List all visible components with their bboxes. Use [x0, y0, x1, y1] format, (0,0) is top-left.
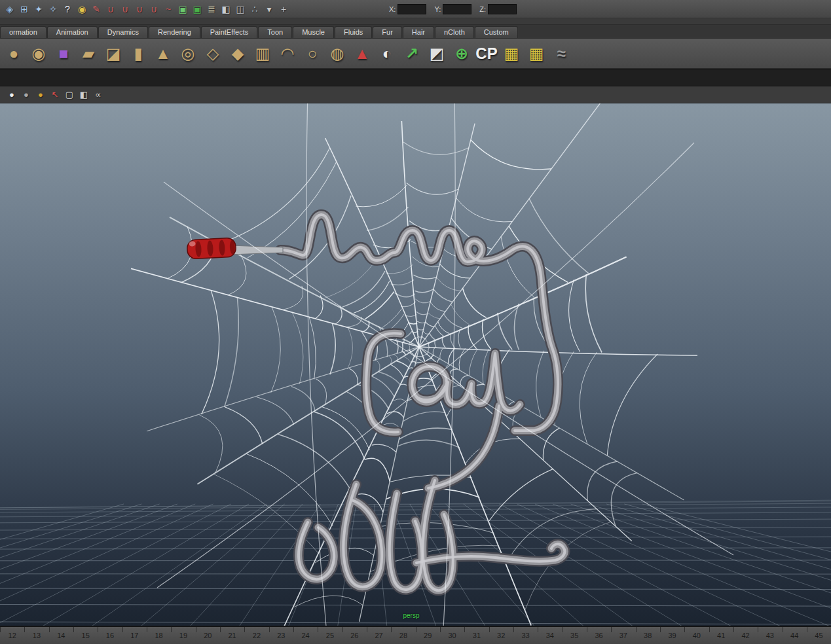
clapper-icon[interactable]: ◫	[233, 2, 248, 16]
shaded-cube-icon[interactable]: ◧	[77, 88, 90, 101]
poly-soccerball-icon[interactable]: ○	[300, 41, 325, 67]
timeline-frame[interactable]: 31	[464, 627, 489, 644]
timeline-frame[interactable]: 21	[220, 627, 244, 644]
viewport-scene[interactable]	[0, 103, 831, 626]
shelf-tab[interactable]: Hair	[403, 26, 434, 38]
timeline-frame[interactable]: 33	[513, 627, 538, 644]
curve-snap-icon[interactable]: ✦	[31, 2, 46, 16]
globe-axis-icon[interactable]: ⊕	[449, 41, 474, 67]
field-entry-mode-icon[interactable]: +	[276, 2, 291, 16]
link-nodes-icon[interactable]: ∝	[92, 88, 105, 101]
timeline-frame[interactable]: 43	[758, 627, 782, 644]
perspective-viewport[interactable]: persp	[0, 103, 831, 626]
timeline-frame[interactable]: 28	[391, 627, 415, 644]
ipr-render-icon[interactable]: ▣	[190, 2, 204, 16]
magnet-plane-snap-icon[interactable]: ∪	[147, 2, 161, 16]
y-coordinate-input[interactable]	[443, 4, 471, 14]
magnet-grid-snap-icon[interactable]: ∪	[103, 2, 118, 16]
poly-cylinder-icon[interactable]: ▮	[126, 41, 151, 67]
shelf-tab[interactable]: Rendering	[149, 26, 200, 38]
timeline-frame[interactable]: 19	[171, 627, 195, 644]
timeline-frame[interactable]: 30	[440, 627, 464, 644]
timeline-frame[interactable]: 42	[733, 627, 758, 644]
text-tubes[interactable]	[280, 215, 564, 590]
timeline-frame[interactable]: 22	[244, 627, 268, 644]
render-frame-icon[interactable]: ▣	[175, 2, 190, 16]
shelf-tab[interactable]: PaintEffects	[201, 26, 258, 38]
timeline-frame[interactable]: 18	[147, 627, 171, 644]
magnet-curve-snap-icon[interactable]: ∪	[118, 2, 132, 16]
shelf-tab[interactable]: Animation	[47, 26, 98, 38]
timeline-frame[interactable]: 20	[196, 627, 220, 644]
hypershade-icon[interactable]: ◧	[219, 2, 233, 16]
timeline-frame[interactable]: 34	[538, 627, 562, 644]
wireframe-cube-icon[interactable]: ▢	[63, 88, 76, 101]
uv-grid-alt-icon[interactable]: ▦	[524, 41, 549, 67]
uv-grid-icon[interactable]: ▦	[499, 41, 524, 67]
poly-pipe-icon[interactable]: ▥	[250, 41, 275, 67]
grid-snap-icon[interactable]: ⊞	[17, 2, 31, 16]
poly-helix-icon[interactable]: ◠	[275, 41, 300, 67]
poly-prism-icon[interactable]: ◇	[200, 41, 225, 67]
poly-sphere-icon[interactable]: ●	[1, 41, 26, 67]
selection-mode-icon[interactable]: ◈	[3, 2, 17, 16]
timeline-frame[interactable]: 29	[416, 627, 440, 644]
timeline-frame[interactable]: 40	[684, 627, 709, 644]
select-highlight-icon[interactable]: ↖	[48, 88, 62, 101]
timeline-frame[interactable]: 45	[807, 627, 831, 644]
shelf-tab[interactable]: Dynamics	[98, 26, 148, 38]
fur-strokes-icon[interactable]: ≈	[549, 41, 574, 67]
point-snap-icon[interactable]: ✧	[46, 2, 60, 16]
timeline-frame[interactable]: 12	[0, 627, 24, 644]
cp-tool-icon[interactable]: CP	[474, 41, 499, 67]
poly-pyramid-icon[interactable]: ◆	[225, 41, 250, 67]
help-icon[interactable]: ?	[60, 2, 75, 16]
checker-sphere-icon[interactable]: ◐	[375, 41, 399, 67]
timeline-frame[interactable]: 24	[293, 627, 318, 644]
shelf-tab[interactable]: Custom	[475, 26, 518, 38]
lock-icon[interactable]: ◉	[75, 2, 89, 16]
textured-sphere-icon[interactable]: ●	[34, 88, 47, 101]
timeline-frame[interactable]: 32	[489, 627, 513, 644]
red-cone-icon[interactable]: ▲	[350, 41, 375, 67]
timeline-frame[interactable]: 39	[660, 627, 684, 644]
timeline-frame[interactable]: 23	[269, 627, 293, 644]
knife[interactable]	[187, 238, 283, 259]
timeline-frame[interactable]: 17	[122, 627, 147, 644]
spider-web[interactable]	[131, 103, 697, 626]
dropdown-arrow-icon[interactable]: ▾	[262, 2, 276, 16]
shelf-tab[interactable]: Muscle	[293, 26, 334, 38]
magnet-point-snap-icon[interactable]: ∪	[132, 2, 147, 16]
timeline-frame[interactable]: 25	[318, 627, 342, 644]
timeline-frame[interactable]: 14	[49, 627, 73, 644]
flat-light-sphere-icon[interactable]: ●	[20, 88, 33, 101]
x-coordinate-input[interactable]	[397, 4, 426, 14]
poly-plane-icon[interactable]: ▰	[76, 41, 101, 67]
poly-cube-icon[interactable]: ◪	[101, 41, 126, 67]
timeline-frame[interactable]: 27	[367, 627, 391, 644]
shelf-tab[interactable]: nCloth	[435, 26, 474, 38]
timeline-frame[interactable]: 41	[709, 627, 733, 644]
make-live-icon[interactable]: ~	[161, 2, 175, 16]
timeline-frame[interactable]: 16	[98, 627, 122, 644]
timeline-frame[interactable]: 38	[636, 627, 660, 644]
shelf-tab[interactable]: Toon	[258, 26, 292, 38]
render-settings-icon[interactable]: ≣	[204, 2, 219, 16]
subdiv-cube-icon[interactable]: ■	[51, 41, 76, 67]
poly-geosphere-icon[interactable]: ◉	[26, 41, 51, 67]
poly-cone-icon[interactable]: ▲	[151, 41, 175, 67]
timeline-frame[interactable]: 44	[783, 627, 807, 644]
move-uv-icon[interactable]: ↗	[399, 41, 424, 67]
shelf-tab[interactable]: ormation	[0, 26, 46, 38]
timeline-frame[interactable]: 37	[611, 627, 635, 644]
checker-corner-icon[interactable]: ◩	[424, 41, 449, 67]
shelf-tab[interactable]: Fur	[373, 26, 402, 38]
poly-platonic-icon[interactable]: ◍	[325, 41, 350, 67]
default-light-sphere-icon[interactable]: ●	[5, 88, 18, 101]
poly-torus-icon[interactable]: ◎	[175, 41, 200, 67]
paint-tool-icon[interactable]: ✎	[89, 2, 103, 16]
graph-editor-icon[interactable]: ∴	[248, 2, 262, 16]
timeline-frame[interactable]: 13	[24, 627, 48, 644]
shelf-tab[interactable]: Fluids	[335, 26, 372, 38]
z-coordinate-input[interactable]	[488, 4, 517, 14]
